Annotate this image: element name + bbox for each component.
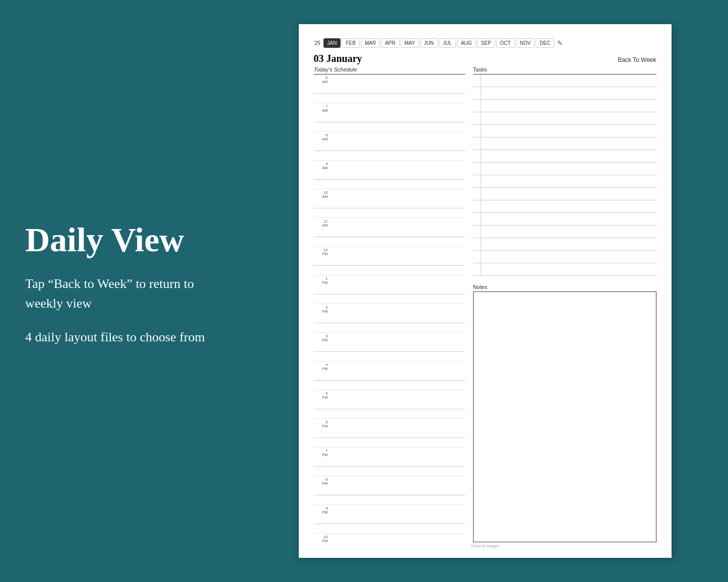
time-slot-8pm-half[interactable] [314, 495, 465, 505]
time-label-11am: 11AM [314, 218, 330, 237]
time-slot-7pm-half[interactable] [314, 467, 465, 476]
left-panel: Daily View Tap “Back to Week” to return … [0, 191, 242, 391]
task-row[interactable] [473, 226, 656, 238]
instruction-1: Tap “Back to Week” to return to weekly v… [25, 274, 217, 313]
time-label-7pm: 7PM [314, 448, 330, 466]
time-slot-7am-half[interactable] [314, 122, 465, 132]
time-label-4pm: 4PM [314, 361, 330, 380]
month-jan[interactable]: JAN [323, 38, 341, 48]
copyright: ©Jess W Designs [314, 544, 656, 548]
time-label-9am: 9AM [314, 161, 330, 179]
task-row[interactable] [473, 87, 656, 100]
time-slot-4pm[interactable]: 4PM [314, 361, 465, 381]
right-panel: '25 JAN FEB MAR APR MAY JUN JUL AUG SEP … [242, 0, 728, 582]
time-slot-1pm[interactable]: 1PM [314, 275, 465, 295]
time-slot-2pm-half[interactable] [314, 323, 465, 333]
task-row[interactable] [473, 137, 656, 150]
notes-box[interactable] [473, 292, 656, 542]
notes-label: Notes [473, 284, 656, 290]
time-label-12pm: 12PM [314, 247, 330, 265]
edit-icon[interactable]: ✎ [557, 39, 563, 47]
time-slot-10pm[interactable]: 10PM [314, 534, 465, 542]
task-row[interactable] [473, 125, 656, 137]
time-label-1pm: 1PM [314, 275, 330, 294]
task-row[interactable] [473, 238, 656, 251]
task-row[interactable] [473, 100, 656, 112]
time-label-8pm: 8PM [314, 476, 330, 495]
time-slot-8am[interactable]: 8AM [314, 132, 465, 151]
time-slot-9am-half[interactable] [314, 180, 465, 189]
time-label-6am: 6AM [314, 75, 330, 93]
time-label-10am: 10AM [314, 189, 330, 208]
date-header: 03 January Back To Week [314, 53, 656, 64]
time-label-9pm: 9PM [314, 505, 330, 524]
time-slot-12pm-half[interactable] [314, 266, 465, 275]
schedule-column: Today's Schedule 6AM 7AM [314, 66, 465, 542]
time-slot-10am[interactable]: 10AM [314, 189, 465, 208]
tasks-label: Tasks [473, 66, 656, 72]
task-row[interactable] [473, 213, 656, 226]
year-label: '25 [314, 40, 320, 46]
back-to-week-button[interactable]: Back To Week [618, 56, 656, 63]
schedule-grid: 6AM 7AM [314, 74, 465, 542]
time-label-5pm: 5PM [314, 390, 330, 409]
schedule-label: Today's Schedule [314, 66, 465, 72]
time-slot-9pm[interactable]: 9PM [314, 505, 465, 524]
time-slot-11am-half[interactable] [314, 237, 465, 247]
task-row[interactable] [473, 150, 656, 163]
time-slot-2pm[interactable]: 2PM [314, 304, 465, 323]
task-row[interactable] [473, 251, 656, 263]
time-slot-5pm-half[interactable] [314, 409, 465, 419]
task-row[interactable] [473, 200, 656, 213]
time-slot-9pm-half[interactable] [314, 524, 465, 534]
time-label-10pm: 10PM [314, 534, 330, 542]
page-title: Daily View [25, 221, 217, 259]
time-slot-12pm[interactable]: 12PM [314, 247, 465, 266]
month-dec[interactable]: DEC [536, 38, 554, 48]
time-slot-5pm[interactable]: 5PM [314, 390, 465, 409]
month-jun[interactable]: JUN [420, 38, 438, 48]
time-slot-9am[interactable]: 9AM [314, 161, 465, 180]
month-apr[interactable]: APR [381, 38, 400, 48]
main-content: Today's Schedule 6AM 7AM [314, 66, 656, 542]
time-slot-4pm-half[interactable] [314, 381, 465, 390]
task-row[interactable] [473, 112, 656, 125]
time-slot-11am[interactable]: 11AM [314, 218, 465, 237]
month-feb[interactable]: FEB [342, 38, 359, 48]
date-title: 03 January [314, 53, 362, 64]
time-label-3pm: 3PM [314, 333, 330, 351]
task-row[interactable] [473, 75, 656, 87]
task-row[interactable] [473, 263, 656, 276]
time-slot-6pm[interactable]: 6PM [314, 419, 465, 438]
notes-section: Notes [473, 284, 656, 542]
time-slot-8pm[interactable]: 8PM [314, 476, 465, 495]
time-label-2pm: 2PM [314, 304, 330, 323]
time-label-7am: 7AM [314, 103, 330, 122]
instruction-2: 4 daily layout files to choose from [25, 327, 217, 347]
month-mar[interactable]: MAR [361, 38, 380, 48]
time-slot-6pm-half[interactable] [314, 438, 465, 448]
month-nov[interactable]: NOV [516, 38, 535, 48]
time-slot-8am-half[interactable] [314, 151, 465, 161]
task-row[interactable] [473, 163, 656, 175]
month-oct[interactable]: OCT [496, 38, 515, 48]
planner-page: '25 JAN FEB MAR APR MAY JUN JUL AUG SEP … [299, 24, 672, 558]
task-row[interactable] [473, 175, 656, 188]
task-row[interactable] [473, 188, 656, 200]
month-jul[interactable]: JUL [439, 38, 456, 48]
time-slot-6am-half[interactable] [314, 94, 465, 103]
tasks-grid [473, 74, 656, 276]
time-slot-7am[interactable]: 7AM [314, 103, 465, 122]
time-slot-6am[interactable]: 6AM [314, 75, 465, 94]
month-nav: '25 JAN FEB MAR APR MAY JUN JUL AUG SEP … [314, 38, 656, 48]
month-may[interactable]: MAY [401, 38, 419, 48]
month-sep[interactable]: SEP [477, 38, 495, 48]
time-slot-10am-half[interactable] [314, 208, 465, 218]
month-aug[interactable]: AUG [457, 38, 476, 48]
time-slot-3pm[interactable]: 3PM [314, 333, 465, 352]
right-column: Tasks [473, 66, 656, 542]
time-slot-1pm-half[interactable] [314, 295, 465, 304]
time-slot-7pm[interactable]: 7PM [314, 448, 465, 467]
time-slot-3pm-half[interactable] [314, 352, 465, 361]
time-label-6pm: 6PM [314, 419, 330, 438]
